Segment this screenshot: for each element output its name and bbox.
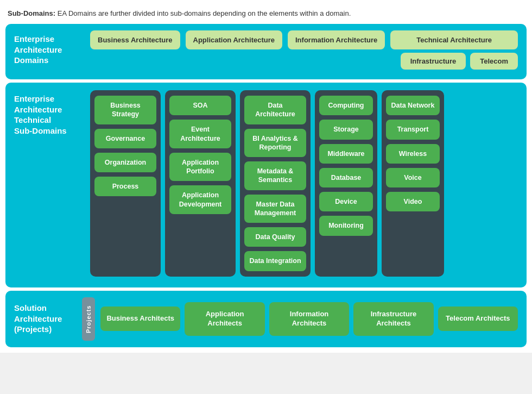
- column-application: SOA Event Architecture Application Portf…: [165, 90, 236, 277]
- item-app-dev: Application Development: [169, 185, 231, 214]
- subtitle-rest: EA Domains are further divided into sub-…: [55, 9, 351, 17]
- item-data-arch: Data Architecture: [244, 96, 306, 124]
- sub-telecom: Telecom: [470, 53, 518, 70]
- domain-technical: Technical Architecture: [390, 30, 518, 49]
- item-event-arch: Event Architecture: [169, 120, 231, 148]
- item-storage: Storage: [319, 120, 373, 139]
- domain-application: Application Architecture: [186, 30, 282, 49]
- tech-subdomains-label: Enterprise Architecture Technical Sub-Do…: [14, 93, 85, 277]
- item-governance: Governance: [94, 129, 156, 148]
- column-information: Data Architecture BI Analytics & Reporti…: [240, 90, 311, 277]
- item-wireless: Wireless: [386, 144, 440, 164]
- item-organization: Organization: [94, 153, 156, 172]
- subtitle-bold: Sub-Domains:: [8, 9, 55, 17]
- item-monitoring: Monitoring: [319, 216, 373, 235]
- architect-infrastructure: Infrastructure Architects: [353, 302, 433, 336]
- item-metadata: Metadata & Semantics: [244, 161, 306, 190]
- item-video: Video: [386, 192, 440, 211]
- column-network: Data Network Transport Wireless Voice Vi…: [382, 90, 444, 277]
- item-bi-analytics: BI Analytics & Reporting: [244, 129, 306, 158]
- item-voice: Voice: [386, 168, 440, 187]
- item-process: Process: [94, 177, 156, 196]
- item-soa: SOA: [169, 96, 231, 115]
- item-device: Device: [319, 192, 373, 211]
- solution-architecture-section: Solution Architecture (Projects) Project…: [5, 291, 527, 347]
- sub-infrastructure: Infrastructure: [401, 53, 466, 70]
- item-database: Database: [319, 168, 373, 187]
- column-business: Business Strategy Governance Organizatio…: [90, 90, 161, 277]
- item-data-integration: Data Integration: [244, 251, 306, 271]
- item-middleware: Middleware: [319, 144, 373, 164]
- architects-row: Business Architects Application Architec…: [100, 302, 518, 336]
- page: Sub-Domains: EA Domains are further divi…: [0, 0, 532, 353]
- projects-tag: Projects: [82, 297, 95, 341]
- technical-arch-group: Technical Architecture Infrastructure Te…: [390, 30, 518, 70]
- architect-business: Business Architects: [100, 307, 180, 331]
- solution-label: Solution Architecture (Projects): [14, 303, 77, 335]
- tech-subdomains-section: Enterprise Architecture Technical Sub-Do…: [5, 83, 527, 287]
- ea-domains-section: Enterprise Architecture Domains Business…: [5, 24, 527, 79]
- architect-telecom: Telecom Architects: [438, 307, 518, 331]
- domain-information: Information Architecture: [288, 30, 385, 49]
- domain-business: Business Architecture: [90, 30, 180, 49]
- domain-boxes-row: Business Architecture Application Archit…: [90, 30, 518, 70]
- item-data-quality: Data Quality: [244, 227, 306, 247]
- technical-sub-row: Infrastructure Telecom: [390, 53, 518, 70]
- item-transport: Transport: [386, 120, 440, 139]
- ea-domains-label: Enterprise Architecture Domains: [14, 34, 85, 66]
- item-business-strategy: Business Strategy: [94, 96, 156, 124]
- architect-application: Application Architects: [185, 302, 264, 336]
- subtitle-text: Sub-Domains: EA Domains are further divi…: [5, 5, 527, 24]
- domains-area: Business Architecture Application Archit…: [90, 30, 518, 70]
- column-infrastructure: Computing Storage Middleware Database De…: [315, 90, 377, 277]
- item-app-portfolio: Application Portfolio: [169, 153, 231, 182]
- item-data-network: Data Network: [386, 96, 440, 115]
- item-master-data: Master Data Management: [244, 195, 306, 223]
- architect-information: Information Architects: [269, 302, 349, 336]
- item-computing: Computing: [319, 96, 373, 115]
- columns-area: Business Strategy Governance Organizatio…: [90, 90, 518, 277]
